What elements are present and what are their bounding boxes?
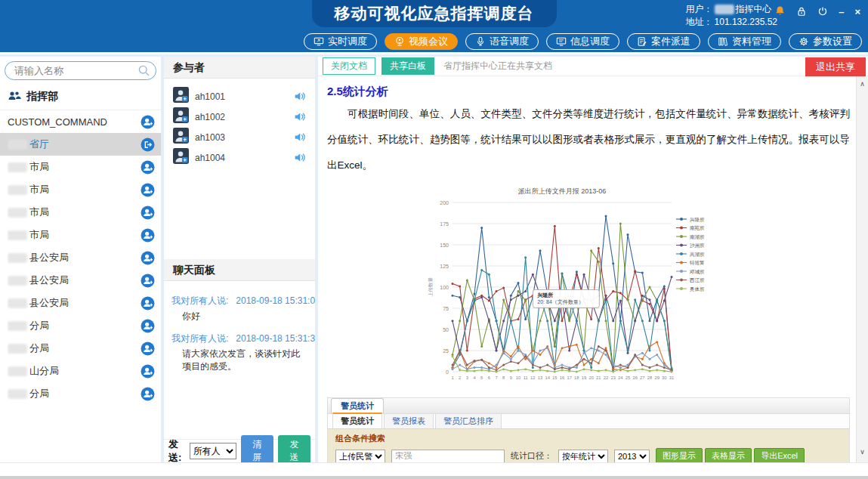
org-item[interactable]: 省厅 xyxy=(0,133,161,156)
officer-name-input[interactable] xyxy=(391,450,505,463)
svg-text:8: 8 xyxy=(502,375,505,380)
speaker-icon[interactable] xyxy=(293,110,306,123)
add-member-icon[interactable] xyxy=(141,341,155,356)
speaker-icon[interactable] xyxy=(293,151,306,164)
svg-text:23: 23 xyxy=(610,375,615,380)
exit-session-icon[interactable] xyxy=(141,138,155,152)
add-member-icon[interactable] xyxy=(141,206,155,220)
add-member-icon[interactable] xyxy=(141,251,155,265)
add-member-icon[interactable] xyxy=(141,273,155,288)
add-member-icon[interactable] xyxy=(141,296,155,311)
scroll-down-arrow[interactable]: ∨ xyxy=(857,446,868,458)
org-item[interactable]: 分局 xyxy=(0,314,161,337)
nav-tab-case[interactable]: 案件派遣 xyxy=(627,33,700,50)
org-item[interactable]: 县公安局 xyxy=(0,292,161,314)
nav-tab-video[interactable]: 视频会议 xyxy=(385,33,458,50)
exit-share-button[interactable]: 退出共享 xyxy=(805,57,866,77)
add-member-icon[interactable] xyxy=(141,183,155,197)
svg-text:20: 84（文件数量）: 20: 84（文件数量） xyxy=(537,298,583,305)
document-scrollbar[interactable]: ∧ ∨ xyxy=(856,76,868,462)
nav-tab-realtime[interactable]: 实时调度 xyxy=(304,33,377,50)
scroll-up-arrow[interactable]: ∧ xyxy=(857,78,868,90)
svg-text:13: 13 xyxy=(538,375,542,380)
participant-row[interactable]: ah1001 xyxy=(164,86,315,107)
org-item[interactable]: 山分局 xyxy=(0,360,161,382)
share-whiteboard-button[interactable]: 共享白板 xyxy=(381,57,434,75)
add-member-icon[interactable] xyxy=(141,364,155,379)
nav-tab-params[interactable]: 参数设置 xyxy=(789,33,862,50)
participant-row[interactable]: ah1003 xyxy=(164,127,315,147)
org-item[interactable]: CUSTOM_COMMAND xyxy=(0,110,161,133)
svg-text:100: 100 xyxy=(440,285,449,290)
close-icon[interactable]: × xyxy=(854,7,860,17)
org-item[interactable]: 市局 xyxy=(0,224,161,246)
group-title: 指挥部 xyxy=(26,90,58,104)
add-member-icon[interactable] xyxy=(141,387,155,401)
section-heading: 2.5统计分析 xyxy=(327,85,850,99)
add-member-icon[interactable] xyxy=(141,115,155,129)
add-member-icon[interactable] xyxy=(141,228,155,243)
user-name: 指挥中心 xyxy=(736,3,772,16)
add-member-icon[interactable] xyxy=(141,319,155,333)
org-item[interactable]: 市局 xyxy=(0,156,161,178)
search-icon[interactable] xyxy=(137,64,150,77)
search-input[interactable] xyxy=(5,61,156,80)
nav-tab-info[interactable]: 信息调度 xyxy=(546,33,619,50)
stats-tabs: 警员统计警员报表警员汇总排序 xyxy=(328,414,849,428)
org-item[interactable]: 县公安局 xyxy=(0,246,161,269)
org-item[interactable]: 市局 xyxy=(0,178,161,201)
power-icon[interactable] xyxy=(817,6,828,19)
year-select[interactable]: 2013 xyxy=(614,450,650,463)
close-document-button[interactable]: 关闭文档 xyxy=(323,57,375,75)
nav-tab-label: 资料管理 xyxy=(732,35,771,48)
org-item[interactable]: 县公安局 xyxy=(0,269,161,292)
stats-action-button[interactable]: 图形显示 xyxy=(656,448,703,462)
stats-action-button[interactable]: 表格显示 xyxy=(705,448,752,462)
org-item[interactable]: 分局 xyxy=(0,337,161,360)
org-sidebar: 指挥部 CUSTOM_COMMAND省厅市局市局市局市局县公安局县公安局县公安局… xyxy=(0,57,161,462)
participant-row[interactable]: ah1002 xyxy=(164,107,315,127)
chat-messages: 我对所有人说:2018-09-18 15:31:09你好我对所有人说:2018-… xyxy=(164,281,315,438)
stats-window-tabbar: 警员统计 xyxy=(328,398,849,414)
org-item[interactable]: 分局 xyxy=(0,382,161,405)
caliber-select[interactable]: 按年统计 xyxy=(558,450,608,463)
nav-tab-voice[interactable]: 语音调度 xyxy=(465,33,539,50)
stats-tab[interactable]: 警员报表 xyxy=(384,413,434,428)
svg-text:2: 2 xyxy=(459,375,461,380)
upload-officer-select[interactable]: 上传民警 xyxy=(335,450,385,463)
redacted-org-prefix xyxy=(8,389,27,399)
speaker-icon[interactable] xyxy=(293,131,306,144)
add-member-icon[interactable] xyxy=(141,160,155,175)
lock-icon[interactable] xyxy=(796,6,807,19)
stats-action-button[interactable]: 导出Excel xyxy=(754,448,805,462)
svg-text:31: 31 xyxy=(669,375,674,380)
embedded-stats-form: 警员统计 警员统计警员报表警员汇总排序 组合条件搜索 上传民警 统计口径： 按年… xyxy=(327,397,850,462)
svg-text:15: 15 xyxy=(552,375,557,380)
svg-text:兴隆所: 兴隆所 xyxy=(690,217,705,223)
stats-window-tab[interactable]: 警员统计 xyxy=(331,398,384,413)
org-item-label: 分局 xyxy=(8,341,141,355)
svg-text:175: 175 xyxy=(440,221,449,227)
participant-name: ah1004 xyxy=(195,153,287,163)
svg-text:邓城所: 邓城所 xyxy=(689,269,705,274)
nav-tab-archive[interactable]: 资料管理 xyxy=(708,33,781,50)
svg-text:1: 1 xyxy=(451,375,453,380)
conference-panel: 参与者 ah1001ah1002ah1003ah1004 聊天面板 我对所有人说… xyxy=(164,57,315,462)
window-controls: – × xyxy=(774,5,860,19)
stats-tab[interactable]: 警员统计 xyxy=(332,413,382,428)
bell-icon[interactable] xyxy=(774,5,786,19)
svg-text:特巡警: 特巡警 xyxy=(690,260,705,266)
participant-avatar-icon xyxy=(173,107,189,126)
minimize-icon[interactable]: – xyxy=(839,7,844,17)
send-target-select[interactable]: 所有人 xyxy=(190,443,236,459)
participant-row[interactable]: ah1004 xyxy=(164,147,315,168)
svg-text:17: 17 xyxy=(567,375,571,380)
svg-text:125: 125 xyxy=(440,264,449,269)
user-label: 用户： xyxy=(686,3,713,16)
message-sender: 我对所有人说: xyxy=(171,333,228,344)
chat-message: 我对所有人说:2018-09-18 15:31:36请大家依次发言，谈谈针对此项… xyxy=(171,332,307,373)
org-item[interactable]: 市局 xyxy=(0,201,161,224)
redacted-org-prefix xyxy=(8,253,27,263)
speaker-icon[interactable] xyxy=(293,90,306,103)
stats-tab[interactable]: 警员汇总排序 xyxy=(435,413,502,428)
